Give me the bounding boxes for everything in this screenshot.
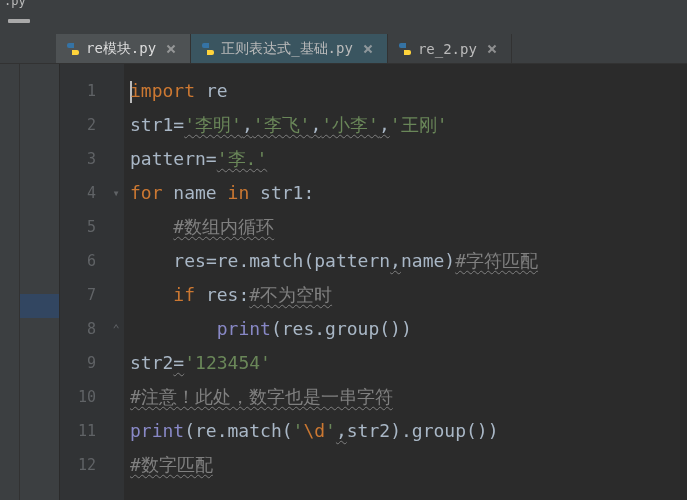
tab-label: 正则表达式_基础.py [221, 40, 353, 58]
fold-toggle-icon[interactable]: ▾ [108, 176, 124, 210]
window-titlebar: .py [0, 0, 687, 8]
tab-label: re_2.py [418, 41, 477, 57]
tool-window-bar[interactable] [0, 64, 20, 500]
code-area[interactable]: import re str1='李明','李飞','小李','王刚' patte… [124, 64, 687, 500]
line-number: 10 [60, 380, 96, 414]
line-number: 4 [60, 176, 96, 210]
code-line: #数字匹配 [130, 448, 687, 482]
code-line: #注意！此处，数字也是一串字符 [130, 380, 687, 414]
line-number-gutter: 1 2 3 4 5 6 7 8 9 10 11 12 [60, 64, 108, 500]
python-file-icon [398, 42, 412, 56]
python-file-icon [66, 42, 80, 56]
line-number: 1 [60, 74, 96, 108]
minimize-icon[interactable] [8, 19, 30, 23]
fold-end-icon[interactable]: ⌃ [108, 312, 124, 346]
project-sidebar-collapsed[interactable] [20, 64, 60, 500]
editor-tabbar: re模块.py 正则表达式_基础.py re_2.py [0, 34, 687, 64]
code-line: if res:#不为空时 [130, 278, 687, 312]
code-line: #数组内循环 [130, 210, 687, 244]
line-number: 3 [60, 142, 96, 176]
tab-re-module[interactable]: re模块.py [56, 34, 191, 63]
python-file-icon [201, 42, 215, 56]
editor[interactable]: 1 2 3 4 5 6 7 8 9 10 11 12 ▾ ⌃ [0, 64, 687, 500]
tab-re2[interactable]: re_2.py [388, 34, 512, 63]
line-number: 2 [60, 108, 96, 142]
code-line: print(re.match('\d',str2).group()) [130, 414, 687, 448]
line-number: 8 [60, 312, 96, 346]
code-line: res=re.match(pattern,name)#字符匹配 [130, 244, 687, 278]
close-icon[interactable] [363, 44, 373, 54]
fold-gutter: ▾ ⌃ [108, 64, 124, 500]
code-line: str2='123454' [130, 346, 687, 380]
code-line: import re [130, 74, 687, 108]
tab-label: re模块.py [86, 40, 156, 58]
window-toolbar [0, 8, 687, 34]
line-number: 5 [60, 210, 96, 244]
line-number: 7 [60, 278, 96, 312]
line-number: 6 [60, 244, 96, 278]
close-icon[interactable] [166, 44, 176, 54]
line-number: 12 [60, 448, 96, 482]
tab-regex-basics[interactable]: 正则表达式_基础.py [191, 34, 388, 63]
code-line: str1='李明','李飞','小李','王刚' [130, 108, 687, 142]
close-icon[interactable] [487, 44, 497, 54]
line-number: 9 [60, 346, 96, 380]
sidebar-selection [20, 294, 59, 318]
title-fragment: .py [4, 0, 26, 8]
line-number: 11 [60, 414, 96, 448]
code-line: pattern='李.' [130, 142, 687, 176]
code-line: for name in str1: [130, 176, 687, 210]
code-line: print(res.group()) [130, 312, 687, 346]
